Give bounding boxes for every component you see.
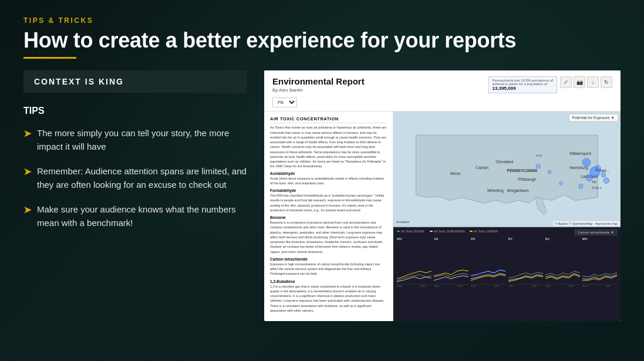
svg-text:⊕ mapbox: ⊕ mapbox bbox=[396, 221, 410, 224]
chemical-acetaldehyde-desc: Acute (short-term) exposure to acetaldeh… bbox=[270, 176, 387, 186]
chemical-butadiene: 1,3-Butadiene 1,3-is a colorless gas tha… bbox=[270, 279, 387, 313]
chemical-carbon-tet-title: Carbon tetrachloride bbox=[270, 257, 387, 261]
chart-wv-label: WV bbox=[397, 237, 431, 241]
svg-point-18 bbox=[595, 166, 601, 171]
chart-dropdown-label: Carbon tetrachloride bbox=[578, 231, 609, 234]
map-dropdown-arrow: ▼ bbox=[611, 116, 615, 120]
refresh-button[interactable]: ↻ bbox=[601, 76, 612, 88]
download-button[interactable]: ↓ bbox=[587, 76, 599, 88]
stat-value: 13,395,009 bbox=[493, 86, 553, 91]
mapbox-credit: © Mapbox © OpenStreetMap · Improve this … bbox=[553, 221, 619, 226]
report-author: By Alex Bardin bbox=[272, 87, 365, 93]
chart-ny-svg: 2010 2020 bbox=[508, 241, 543, 311]
svg-point-19 bbox=[601, 173, 606, 177]
tip-text-2: Remember: Audience attention spans are l… bbox=[37, 165, 247, 191]
legend-rural-label: Air Toxic RURAL bbox=[401, 230, 425, 233]
svg-point-23 bbox=[536, 164, 541, 169]
chart-mo-label: MO bbox=[582, 237, 617, 241]
chart-pa: PA 2010 2020 bbox=[471, 237, 505, 311]
legend-urban-label: Air Toxic URBAN bbox=[474, 230, 498, 233]
chemical-benzene-desc: Benzene is a component of products deriv… bbox=[270, 220, 387, 254]
tip-item-2: ➤ Remember: Audience attention spans are… bbox=[23, 165, 247, 191]
charts-header: Air Toxic RURAL Air Toxic SUBURBAN Air T… bbox=[397, 230, 617, 235]
chart-pa-svg: 2010 2020 bbox=[471, 241, 505, 311]
us-map-svg: Cleveland Williamsport Akron Canton PENN… bbox=[393, 112, 621, 227]
state-select[interactable]: PA NY NJ bbox=[272, 97, 297, 107]
chart-va: VA 2010 2020 bbox=[434, 237, 468, 311]
svg-text:2020: 2020 bbox=[420, 284, 426, 287]
chemical-formaldehyde-desc: The EPA has classified formaldehyde as a… bbox=[270, 193, 387, 212]
svg-point-21 bbox=[559, 182, 563, 185]
svg-text:2020: 2020 bbox=[531, 284, 537, 287]
chemical-acetaldehyde: Acetaldehyde Acute (short-term) exposure… bbox=[270, 171, 387, 186]
share-button[interactable]: ⤢ bbox=[560, 76, 572, 88]
map-dropdown[interactable]: Potential for Exposure ▼ bbox=[569, 114, 618, 122]
chart-pa-label: PA bbox=[471, 237, 505, 241]
report-title-text: Environmental Report bbox=[272, 76, 365, 87]
tip-item-3: ➤ Make sure your audience knows what the… bbox=[23, 203, 247, 230]
legend-suburban-dot bbox=[430, 231, 433, 232]
svg-text:2020: 2020 bbox=[457, 284, 463, 287]
tip-text-3: Make sure your audience knows what the n… bbox=[37, 203, 247, 230]
legend-suburban-label: Air Toxic SUBURBAN bbox=[434, 230, 465, 233]
tip-arrow-3: ➤ bbox=[23, 204, 31, 215]
legend-suburban: Air Toxic SUBURBAN bbox=[430, 230, 465, 233]
svg-point-20 bbox=[578, 184, 583, 189]
chemical-benzene-title: Benzene bbox=[270, 215, 387, 220]
svg-text:PENNSYLVANIA: PENNSYLVANIA bbox=[507, 168, 538, 173]
charts-area: Air Toxic RURAL Air Toxic SUBURBAN Air T… bbox=[393, 227, 621, 322]
tips-label: TIPS bbox=[23, 106, 247, 116]
svg-point-22 bbox=[603, 178, 609, 184]
tip-item-1: ➤ The more simply you can tell your stor… bbox=[23, 127, 247, 153]
report-right-col: Cleveland Williamsport Akron Canton PENN… bbox=[393, 112, 621, 321]
content-area: CONTEXT IS KING TIPS ➤ The more simply y… bbox=[23, 70, 621, 321]
chemical-butadiene-desc: 1,3-is a colorless gas that is easily co… bbox=[270, 284, 387, 313]
svg-text:NJ: NJ bbox=[592, 181, 596, 184]
chart-dropdown[interactable]: Carbon tetrachloride ▼ bbox=[575, 230, 617, 235]
icon-buttons: ⤢ 📷 ↓ ↻ bbox=[560, 76, 612, 88]
chart-nj: NJ 2010 2020 bbox=[545, 237, 580, 311]
chart-nj-mini: 2010 2020 bbox=[545, 241, 580, 311]
report-screenshot: Environmental Report By Alex Bardin Penn… bbox=[264, 70, 621, 321]
report-left-col: AIR TOXIC CONCENTRATION Air Toxics Also … bbox=[264, 112, 393, 321]
report-title-block: Environmental Report By Alex Bardin bbox=[272, 76, 365, 93]
legend-rural-dot bbox=[397, 231, 400, 232]
chemical-benzene: Benzene Benzene is a component of produc… bbox=[270, 215, 387, 254]
svg-text:Wheeling: Wheeling bbox=[487, 188, 504, 193]
svg-text:Akron: Akron bbox=[450, 171, 461, 176]
context-banner-text: CONTEXT IS KING bbox=[34, 77, 124, 86]
svg-text:2010: 2010 bbox=[471, 284, 477, 287]
chemical-carbon-tet-desc: Exposure to high concentrations of carbo… bbox=[270, 262, 387, 276]
chart-ny: NY 2010 2020 bbox=[508, 237, 543, 311]
chart-mo-svg: 2010 2020 bbox=[582, 241, 617, 311]
chart-mo-mini: 2010 2020 bbox=[582, 241, 617, 311]
context-banner: CONTEXT IS KING bbox=[23, 70, 247, 93]
tips-list: ➤ The more simply you can tell your stor… bbox=[23, 127, 247, 230]
chart-ny-mini: 2010 2020 bbox=[508, 241, 543, 311]
svg-text:Williamsport: Williamsport bbox=[569, 151, 591, 156]
chart-mo: MO 2010 2020 bbox=[582, 237, 617, 311]
svg-text:2010: 2010 bbox=[397, 284, 403, 287]
chart-pa-mini: 2010 2020 bbox=[471, 241, 505, 311]
svg-text:Cleveland: Cleveland bbox=[495, 160, 513, 164]
tip-arrow-1: ➤ bbox=[23, 128, 31, 139]
chemical-carbon-tet: Carbon tetrachloride Exposure to high co… bbox=[270, 257, 387, 276]
svg-text:2010: 2010 bbox=[434, 284, 440, 287]
legend-rural: Air Toxic RURAL bbox=[397, 230, 425, 233]
svg-text:2010: 2010 bbox=[508, 284, 514, 287]
svg-text:2020: 2020 bbox=[494, 284, 500, 287]
svg-point-15 bbox=[582, 158, 591, 167]
charts-grid: WV 2010 2020 bbox=[397, 237, 617, 311]
chart-dropdown-arrow: ▼ bbox=[611, 231, 614, 234]
svg-point-17 bbox=[586, 174, 593, 181]
map-dropdown-label: Potential for Exposure bbox=[572, 116, 610, 120]
stat-box: Pennsylvania has 18.5% prevalence of ast… bbox=[488, 76, 557, 93]
svg-text:York: York bbox=[535, 154, 542, 157]
camera-button[interactable]: 📷 bbox=[574, 76, 585, 88]
main-title: How to create a better experience for yo… bbox=[23, 28, 621, 52]
chart-ny-label: NY bbox=[508, 237, 543, 241]
tip-text-1: The more simply you can tell your story,… bbox=[37, 127, 247, 153]
svg-text:2010: 2010 bbox=[545, 284, 551, 287]
svg-point-24 bbox=[548, 170, 551, 174]
legend-urban: Air Toxic URBAN bbox=[470, 230, 498, 233]
